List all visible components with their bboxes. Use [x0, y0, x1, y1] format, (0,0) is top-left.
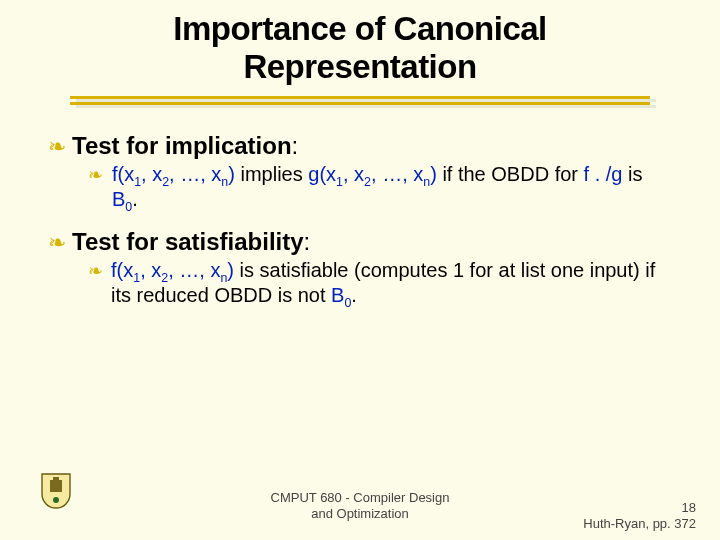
sub-bullet-text: f(x1, x2, …, xn) implies g(x1, x2, …, xn…	[112, 162, 672, 212]
bullet-heading: ❧ Test for implication:	[48, 132, 672, 160]
sub-bullet: ❧ f(x1, x2, …, xn) is satisfiable (compu…	[88, 258, 672, 308]
footer-line-1: CMPUT 680 - Compiler Design	[271, 490, 450, 505]
slide-title: Importance of Canonical Representation	[0, 0, 720, 86]
bullet-icon: ❧	[48, 132, 66, 160]
bullet-icon: ❧	[48, 228, 66, 256]
footer-right: 18 Huth-Ryan, pp. 372	[583, 500, 696, 533]
footer-reference: Huth-Ryan, pp. 372	[583, 516, 696, 531]
svg-rect-1	[53, 477, 59, 481]
sub-bullet-text: f(x1, x2, …, xn) is satisfiable (compute…	[111, 258, 672, 308]
sub-bullet-icon: ❧	[88, 258, 103, 283]
heading-text: Test for satisfiability	[72, 228, 304, 255]
sub-bullet-icon: ❧	[88, 162, 104, 187]
footer-line-2: and Optimization	[311, 506, 409, 521]
sub-bullet: ❧ f(x1, x2, …, xn) implies g(x1, x2, …, …	[88, 162, 672, 212]
heading-colon: :	[292, 132, 299, 159]
heading-colon: :	[304, 228, 311, 255]
content-area: ❧ Test for implication: ❧ f(x1, x2, …, x…	[0, 106, 720, 308]
bullet-item: ❧ Test for implication: ❧ f(x1, x2, …, x…	[48, 132, 672, 212]
bullet-item: ❧ Test for satisfiability: ❧ f(x1, x2, ……	[48, 228, 672, 308]
bullet-heading: ❧ Test for satisfiability:	[48, 228, 672, 256]
title-line-2: Representation	[243, 48, 476, 85]
title-line-1: Importance of Canonical	[173, 10, 547, 47]
title-underline	[70, 96, 650, 106]
heading-text: Test for implication	[72, 132, 292, 159]
page-number: 18	[682, 500, 696, 515]
